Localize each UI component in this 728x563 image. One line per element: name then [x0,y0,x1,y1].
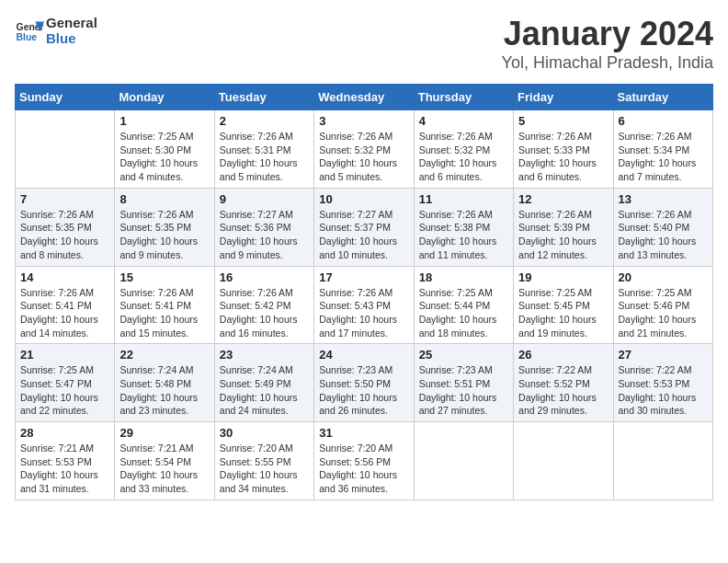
calendar-cell: 24Sunrise: 7:23 AM Sunset: 5:50 PM Dayli… [314,344,414,422]
header-friday: Friday [514,85,613,110]
day-info: Sunrise: 7:26 AM Sunset: 5:31 PM Dayligh… [220,130,309,184]
calendar-cell [414,422,513,500]
day-number: 28 [20,426,109,440]
day-number: 9 [220,192,309,206]
day-number: 19 [518,270,608,284]
title-block: January 2024 Yol, Himachal Pradesh, Indi… [502,15,713,73]
calendar-table: SundayMondayTuesdayWednesdayThursdayFrid… [15,84,713,500]
day-info: Sunrise: 7:23 AM Sunset: 5:50 PM Dayligh… [319,363,408,418]
day-info: Sunrise: 7:21 AM Sunset: 5:53 PM Dayligh… [20,442,109,496]
day-info: Sunrise: 7:27 AM Sunset: 5:37 PM Dayligh… [319,208,408,262]
calendar-cell: 17Sunrise: 7:26 AM Sunset: 5:43 PM Dayli… [314,266,414,344]
day-number: 5 [518,114,608,128]
day-info: Sunrise: 7:24 AM Sunset: 5:48 PM Dayligh… [119,363,209,418]
day-info: Sunrise: 7:25 AM Sunset: 5:46 PM Dayligh… [619,286,708,340]
logo: General Blue General Blue [15,15,97,46]
day-info: Sunrise: 7:22 AM Sunset: 5:53 PM Dayligh… [619,363,708,418]
day-number: 16 [220,270,309,284]
day-info: Sunrise: 7:24 AM Sunset: 5:49 PM Dayligh… [220,363,309,418]
calendar-week-row: 1Sunrise: 7:25 AM Sunset: 5:30 PM Daylig… [16,110,713,189]
calendar-cell [613,422,712,500]
day-number: 12 [518,192,608,206]
calendar-cell [514,422,613,500]
day-info: Sunrise: 7:26 AM Sunset: 5:41 PM Dayligh… [20,286,109,340]
day-info: Sunrise: 7:26 AM Sunset: 5:39 PM Dayligh… [518,208,608,262]
day-number: 20 [619,270,708,284]
calendar-cell: 10Sunrise: 7:27 AM Sunset: 5:37 PM Dayli… [314,188,414,266]
calendar-week-row: 7Sunrise: 7:26 AM Sunset: 5:35 PM Daylig… [16,188,713,266]
day-number: 4 [419,114,508,128]
calendar-cell: 7Sunrise: 7:26 AM Sunset: 5:35 PM Daylig… [16,188,115,266]
day-info: Sunrise: 7:26 AM Sunset: 5:40 PM Dayligh… [619,208,708,262]
day-number: 27 [619,348,708,362]
calendar-cell: 3Sunrise: 7:26 AM Sunset: 5:32 PM Daylig… [314,110,414,189]
calendar-cell: 14Sunrise: 7:26 AM Sunset: 5:41 PM Dayli… [16,266,115,344]
calendar-cell: 30Sunrise: 7:20 AM Sunset: 5:55 PM Dayli… [214,422,313,500]
day-info: Sunrise: 7:26 AM Sunset: 5:41 PM Dayligh… [119,286,209,340]
calendar-cell: 6Sunrise: 7:26 AM Sunset: 5:34 PM Daylig… [613,110,712,189]
calendar-cell: 21Sunrise: 7:25 AM Sunset: 5:47 PM Dayli… [16,344,115,422]
day-number: 3 [319,114,408,128]
logo-icon: General Blue [15,16,44,45]
day-info: Sunrise: 7:25 AM Sunset: 5:45 PM Dayligh… [518,286,608,340]
logo-general: General [46,15,97,30]
day-info: Sunrise: 7:26 AM Sunset: 5:35 PM Dayligh… [20,208,109,262]
calendar-cell: 25Sunrise: 7:23 AM Sunset: 5:51 PM Dayli… [414,344,513,422]
day-number: 22 [119,348,209,362]
calendar-cell: 8Sunrise: 7:26 AM Sunset: 5:35 PM Daylig… [115,188,214,266]
calendar-cell: 26Sunrise: 7:22 AM Sunset: 5:52 PM Dayli… [514,344,613,422]
day-number: 31 [319,426,408,440]
calendar-cell: 27Sunrise: 7:22 AM Sunset: 5:53 PM Dayli… [613,344,712,422]
calendar-cell: 31Sunrise: 7:20 AM Sunset: 5:56 PM Dayli… [314,422,414,500]
day-info: Sunrise: 7:26 AM Sunset: 5:43 PM Dayligh… [319,286,408,340]
svg-text:Blue: Blue [17,32,38,42]
day-info: Sunrise: 7:25 AM Sunset: 5:30 PM Dayligh… [119,130,209,184]
day-number: 13 [619,192,708,206]
header-wednesday: Wednesday [314,85,414,110]
calendar-cell: 4Sunrise: 7:26 AM Sunset: 5:32 PM Daylig… [414,110,513,189]
day-info: Sunrise: 7:25 AM Sunset: 5:47 PM Dayligh… [20,363,109,418]
calendar-cell: 9Sunrise: 7:27 AM Sunset: 5:36 PM Daylig… [214,188,313,266]
day-info: Sunrise: 7:26 AM Sunset: 5:38 PM Dayligh… [419,208,508,262]
day-info: Sunrise: 7:23 AM Sunset: 5:51 PM Dayligh… [419,363,508,418]
day-number: 25 [419,348,508,362]
calendar-week-row: 28Sunrise: 7:21 AM Sunset: 5:53 PM Dayli… [16,422,713,500]
calendar-cell: 29Sunrise: 7:21 AM Sunset: 5:54 PM Dayli… [115,422,214,500]
day-info: Sunrise: 7:26 AM Sunset: 5:32 PM Dayligh… [319,130,408,184]
header-tuesday: Tuesday [214,85,313,110]
day-number: 29 [119,426,209,440]
calendar-cell [16,110,115,189]
calendar-cell: 16Sunrise: 7:26 AM Sunset: 5:42 PM Dayli… [214,266,313,344]
day-number: 10 [319,192,408,206]
day-number: 23 [220,348,309,362]
day-info: Sunrise: 7:26 AM Sunset: 5:32 PM Dayligh… [419,130,508,184]
calendar-cell: 13Sunrise: 7:26 AM Sunset: 5:40 PM Dayli… [613,188,712,266]
page-header: General Blue General Blue January 2024 Y… [15,15,713,73]
calendar-cell: 28Sunrise: 7:21 AM Sunset: 5:53 PM Dayli… [16,422,115,500]
day-info: Sunrise: 7:27 AM Sunset: 5:36 PM Dayligh… [220,208,309,262]
day-info: Sunrise: 7:26 AM Sunset: 5:35 PM Dayligh… [119,208,209,262]
day-info: Sunrise: 7:20 AM Sunset: 5:56 PM Dayligh… [319,442,408,496]
day-number: 24 [319,348,408,362]
calendar-cell: 11Sunrise: 7:26 AM Sunset: 5:38 PM Dayli… [414,188,513,266]
day-number: 1 [119,114,209,128]
logo-blue: Blue [46,30,97,46]
calendar-cell: 15Sunrise: 7:26 AM Sunset: 5:41 PM Dayli… [115,266,214,344]
calendar-cell: 2Sunrise: 7:26 AM Sunset: 5:31 PM Daylig… [214,110,313,189]
day-number: 6 [619,114,708,128]
calendar-cell: 22Sunrise: 7:24 AM Sunset: 5:48 PM Dayli… [115,344,214,422]
day-info: Sunrise: 7:26 AM Sunset: 5:34 PM Dayligh… [619,130,708,184]
calendar-cell: 12Sunrise: 7:26 AM Sunset: 5:39 PM Dayli… [514,188,613,266]
day-number: 8 [119,192,209,206]
calendar-cell: 1Sunrise: 7:25 AM Sunset: 5:30 PM Daylig… [115,110,214,189]
day-number: 14 [20,270,109,284]
day-info: Sunrise: 7:22 AM Sunset: 5:52 PM Dayligh… [518,363,608,418]
day-info: Sunrise: 7:25 AM Sunset: 5:44 PM Dayligh… [419,286,508,340]
calendar-header-row: SundayMondayTuesdayWednesdayThursdayFrid… [16,85,713,110]
calendar-cell: 18Sunrise: 7:25 AM Sunset: 5:44 PM Dayli… [414,266,513,344]
header-saturday: Saturday [613,85,712,110]
day-number: 7 [20,192,109,206]
day-number: 30 [220,426,309,440]
day-info: Sunrise: 7:26 AM Sunset: 5:33 PM Dayligh… [518,130,608,184]
day-number: 17 [319,270,408,284]
